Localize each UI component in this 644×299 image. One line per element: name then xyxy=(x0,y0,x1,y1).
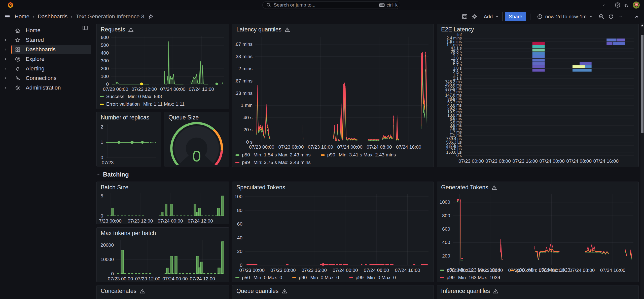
svg-text:07/23 16:00: 07/23 16:00 xyxy=(512,158,538,164)
share-button[interactable]: Share xyxy=(505,12,526,21)
dashboard-settings-button[interactable] xyxy=(471,12,478,21)
administration-icon xyxy=(12,85,23,91)
svg-text:07/23 12:00: 07/23 12:00 xyxy=(128,218,153,224)
panel-title-concatenates[interactable]: Concatenates xyxy=(97,285,229,294)
collapse-toolbar-button[interactable] xyxy=(633,12,640,21)
panel-title-queue-size[interactable]: Queue Size xyxy=(164,112,229,121)
replicas-chart[interactable]: 07/23012 xyxy=(98,121,159,166)
warning-icon[interactable] xyxy=(284,27,290,32)
help-button[interactable] xyxy=(614,1,621,9)
legend-item-p50[interactable]: p50Min: 1.54 s Max: 2.43 mins xyxy=(235,152,311,158)
legend-item-p90[interactable]: p90Min: 0 Max: 0 xyxy=(292,275,339,280)
legend-stats: Min: 0 Max: 0 xyxy=(254,275,282,280)
save-dashboard-button[interactable] xyxy=(461,12,469,21)
legend-item-p90[interactable]: p90Min: 156 Max: 1023 xyxy=(510,267,570,273)
sidebar-item-explore[interactable]: Explore xyxy=(0,54,93,64)
legend-item-p90[interactable]: p90Min: 3.41 s Max: 2.43 mins xyxy=(321,152,396,158)
warning-icon[interactable] xyxy=(282,288,287,294)
speculated-tokens-chart[interactable]: 07/23 00:0007/23 08:0007/23 16:0007/24 0… xyxy=(234,191,432,273)
generated-tokens-chart[interactable]: 07/23 00:0007/23 08:0007/23 16:0007/24 0… xyxy=(439,191,637,273)
chevron-down-icon xyxy=(589,15,593,19)
svg-text:07/23 00:00: 07/23 00:00 xyxy=(239,268,265,273)
panel-title-generated-tokens[interactable]: Generated Tokens xyxy=(437,182,638,191)
generated-legend: p50Min: 123 Max: 1014p90Min: 156 Max: 10… xyxy=(440,267,636,280)
legend-swatch xyxy=(235,154,239,156)
zoom-out-icon xyxy=(598,14,604,20)
svg-text:100: 100 xyxy=(101,74,109,79)
queue-size-gauge[interactable]: 0 xyxy=(166,120,227,165)
warning-icon[interactable] xyxy=(128,27,134,32)
scrollbar-thumb[interactable] xyxy=(641,35,643,133)
sidebar-item-connections[interactable]: Connections xyxy=(0,73,93,83)
legend-item-p50[interactable]: p50Min: 0 Max: 0 xyxy=(235,275,282,280)
search-shortcut: ctrl+k xyxy=(379,2,398,8)
dock-sidebar-button[interactable] xyxy=(82,25,88,31)
svg-text:500: 500 xyxy=(101,42,109,48)
panel-title-queue-quantiles[interactable]: Queue quantiles xyxy=(232,285,434,294)
panel-title-requests[interactable]: Requests xyxy=(97,24,229,33)
latency-quantiles-chart[interactable]: 07/23 00:0007/23 08:0007/23 16:0007/24 0… xyxy=(234,33,432,151)
warning-icon[interactable] xyxy=(491,185,497,190)
sidebar-item-home[interactable]: Home xyxy=(0,26,93,35)
panel-title-latency-quantiles[interactable]: Latency quantiles xyxy=(232,24,434,33)
section-batching[interactable]: Batching xyxy=(96,171,129,178)
breadcrumb-dashboards[interactable]: Dashboards xyxy=(38,13,68,20)
chevron-right-icon xyxy=(4,48,7,51)
legend-item-p99[interactable]: p99Min: 3.75 s Max: 2.43 mins xyxy=(235,160,311,165)
scrollbar[interactable] xyxy=(640,23,644,299)
legend-swatch xyxy=(235,277,239,278)
sidebar-item-starred[interactable]: Starred xyxy=(0,35,93,45)
legend-item-p50[interactable]: p50Min: 123 Max: 1014 xyxy=(440,267,500,273)
batch-size-chart[interactable]: 7/23 00:0007/23 12:0007/24 00:0007/24 12… xyxy=(98,191,227,224)
panel-requests: Requests 07/23 00:0007/23 12:0007/24 00:… xyxy=(96,24,229,109)
panel-speculated-tokens: Speculated Tokens 07/23 00:0007/23 08:00… xyxy=(232,182,434,282)
svg-text:40: 40 xyxy=(237,235,242,240)
panel-title-inference-quantiles[interactable]: Inference quantiles xyxy=(437,285,638,294)
sidebar-item-dashboards[interactable]: Dashboards xyxy=(0,45,93,54)
panel-title-speculated-tokens[interactable]: Speculated Tokens xyxy=(232,182,434,191)
refresh-interval-button[interactable] xyxy=(617,12,624,21)
legend-item-p99[interactable]: p99Min: 163 Max: 1039 xyxy=(440,275,500,280)
legend-label: p99 xyxy=(447,275,455,280)
add-button[interactable]: Add xyxy=(480,12,503,21)
legend-label: p90 xyxy=(299,275,307,280)
news-icon xyxy=(624,2,630,8)
svg-text:07/24 12:00: 07/24 12:00 xyxy=(188,218,213,224)
breadcrumb-home[interactable]: Home xyxy=(15,13,29,20)
legend-item-p99[interactable]: p99Min: 0 Max: 0 xyxy=(349,275,396,280)
grafana-logo[interactable] xyxy=(7,2,14,9)
panel-title-batch-size[interactable]: Batch Size xyxy=(97,182,229,191)
mega-menu-button[interactable] xyxy=(4,12,11,21)
svg-text:20 s: 20 s xyxy=(243,127,253,132)
legend-item-success[interactable]: SuccessMin: 0 Max: 548 xyxy=(100,94,185,99)
sidebar-item-administration[interactable]: Administration xyxy=(0,83,93,93)
svg-text:2.67 mins: 2.67 mins xyxy=(234,41,253,47)
e2e-latency-heatmap[interactable]: 0 s150.0 µs225.0 µs337.5 µs506.3 µs759.4… xyxy=(439,33,637,166)
panel-number-of-replicas: Number of replicas 07/23012 xyxy=(96,112,161,166)
panel-title-e2e-latency[interactable]: E2E Latency xyxy=(437,24,638,33)
svg-text:600: 600 xyxy=(101,35,109,40)
legend-label: p50 xyxy=(242,152,250,158)
user-avatar[interactable] xyxy=(632,1,640,9)
refresh-button[interactable] xyxy=(607,12,615,21)
panel-title-max-tokens[interactable]: Max tokens per batch xyxy=(97,228,229,237)
panel-title-replicas[interactable]: Number of replicas xyxy=(97,112,161,121)
warning-icon[interactable] xyxy=(493,288,498,294)
legend-swatch xyxy=(292,277,296,278)
new-button[interactable] xyxy=(595,1,606,9)
favorite-button[interactable] xyxy=(147,12,155,21)
scroll-up-icon[interactable] xyxy=(640,24,644,27)
warning-icon[interactable] xyxy=(139,288,145,294)
svg-text:07/24 08:00: 07/24 08:00 xyxy=(566,158,592,164)
sidebar-item-alerting[interactable]: Alerting xyxy=(0,64,93,73)
requests-chart[interactable]: 07/23 00:0007/23 12:0007/24 00:0007/24 1… xyxy=(98,33,227,93)
time-range-picker[interactable]: now-2d to now-1m xyxy=(534,12,596,21)
zoom-out-time-button[interactable] xyxy=(598,12,605,21)
news-button[interactable] xyxy=(623,1,630,9)
chevron-right-icon xyxy=(4,67,7,70)
legend-item-error-validation[interactable]: Error: validationMin: 1.11 Max: 1.11 xyxy=(100,101,185,107)
svg-text:07/24 00:00: 07/24 00:00 xyxy=(160,87,185,92)
search-input[interactable]: Search or jump to... ctrl+k xyxy=(262,1,400,9)
svg-text:200: 200 xyxy=(101,66,109,71)
max-tokens-chart[interactable]: 07/23 00:0007/23 12:0007/24 00:0007/24 1… xyxy=(98,237,227,282)
